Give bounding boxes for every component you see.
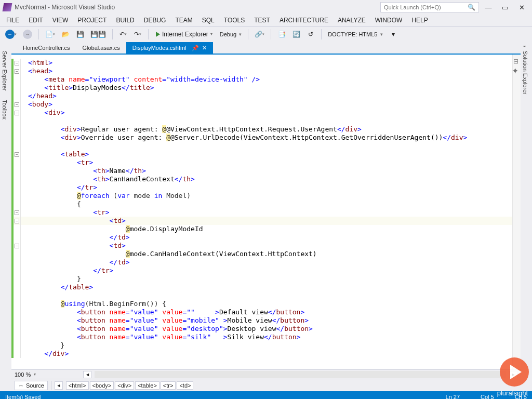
menu-view[interactable]: VIEW — [48, 15, 73, 25]
code-editor[interactable]: ⊟ ✦ −<html>−<head> <meta name="viewport"… — [11, 54, 521, 369]
menu-help[interactable]: HELP — [407, 15, 432, 25]
path-nav-left[interactable]: ◄ — [55, 381, 63, 390]
brand-watermark: pluralsight — [497, 389, 528, 397]
start-debug-button[interactable]: Internet Explorer ▾ — [153, 29, 216, 40]
pin-icon[interactable]: 📌 — [192, 45, 199, 51]
vertical-scrollbar[interactable] — [512, 55, 521, 369]
editor-footer-bar: 100 % ▾ ◄ ► — [11, 369, 521, 379]
dock-server-explorer[interactable]: Server Explorer — [0, 47, 11, 95]
menu-build[interactable]: BUILD — [112, 15, 138, 25]
status-line: Ln 27 — [446, 394, 460, 399]
minimize-button[interactable]: — — [481, 2, 496, 12]
main-toolbar: ←▾ → 📄▾ 📂 💾 💾💾 ↶▾ ↷▾ Internet Explorer ▾… — [0, 26, 532, 42]
refresh-button[interactable]: 🔄 — [290, 29, 302, 40]
left-tool-dock: Server ExplorerToolbox — [0, 47, 11, 124]
nav-back-button[interactable]: ←▾ — [3, 29, 19, 40]
maximize-button[interactable]: ▭ — [498, 2, 512, 12]
tab-global-asax-cs[interactable]: Global.asax.cs — [76, 42, 126, 54]
save-all-button[interactable]: 💾💾 — [88, 29, 108, 40]
new-project-button[interactable]: 📄▾ — [43, 29, 57, 40]
breadcrumb-item[interactable]: <body> — [90, 381, 114, 390]
status-col: Col 5 — [481, 394, 494, 399]
title-bar: MvcNormal - Microsoft Visual Studio Quic… — [0, 0, 532, 15]
breadcrumb-item[interactable]: <table> — [135, 381, 159, 390]
vs-logo-icon — [3, 3, 12, 11]
redo-button[interactable]: ↷▾ — [131, 29, 144, 40]
document-tab-well: HomeController.csGlobal.asax.csDisplayMo… — [0, 42, 532, 54]
open-file-button[interactable]: 📂 — [59, 29, 72, 40]
source-view-button[interactable]: ↔ Source — [15, 381, 48, 390]
toolbar-more-button[interactable]: ▾ — [387, 29, 400, 40]
close-icon[interactable]: ✕ — [202, 45, 207, 51]
breadcrumb-item[interactable]: <tr> — [161, 381, 176, 390]
menu-bar: FILEEDITVIEWPROJECTBUILDDEBUGTEAMSQLTOOL… — [0, 15, 532, 26]
undo-button[interactable]: ↶▾ — [117, 29, 129, 40]
right-tool-dock: Solution Explorer — [521, 47, 532, 99]
menu-test[interactable]: TEST — [250, 15, 274, 25]
tab-displaymodes-cshtml[interactable]: DisplayModes.cshtml📌✕ — [126, 42, 213, 54]
menu-tools[interactable]: TOOLS — [220, 15, 249, 25]
breadcrumb-item[interactable]: <html> — [66, 381, 89, 390]
save-button[interactable]: 💾 — [74, 29, 86, 40]
menu-analyze[interactable]: ANALYZE — [334, 15, 370, 25]
nav-forward-button[interactable]: → — [21, 29, 34, 40]
menu-edit[interactable]: EDIT — [24, 15, 47, 25]
status-bar: Item(s) Saved Ln 27 Col 5 Ch 5 — [0, 391, 532, 399]
breadcrumb-item[interactable]: <div> — [115, 381, 134, 390]
html-path-bar: ↔ Source ◄ <html><body><div><table><tr><… — [11, 379, 521, 391]
quick-launch-input[interactable]: Quick Launch (Ctrl+Q) 🔍 — [380, 2, 479, 12]
menu-debug[interactable]: DEBUG — [140, 15, 170, 25]
quick-launch-placeholder: Quick Launch (Ctrl+Q) — [384, 4, 441, 10]
code-body[interactable]: −<html>−<head> <meta name="viewport" con… — [11, 55, 512, 369]
menu-team[interactable]: TEAM — [171, 15, 196, 25]
dock-solution-explorer[interactable]: Solution Explorer — [521, 47, 530, 99]
split-icon[interactable]: ⊟ — [513, 58, 518, 65]
doctype-select[interactable]: DOCTYPE: HTML5 — [326, 31, 384, 38]
close-button[interactable]: ✕ — [514, 2, 529, 12]
breadcrumb-item[interactable]: <td> — [177, 381, 193, 390]
play-overlay-icon — [500, 357, 529, 387]
debug-target-label: Internet Explorer — [162, 31, 208, 38]
menu-window[interactable]: WINDOW — [371, 15, 407, 25]
menu-sql[interactable]: SQL — [198, 15, 219, 25]
scroll-left-button[interactable]: ◄ — [83, 371, 91, 378]
status-message: Item(s) Saved — [5, 394, 41, 399]
play-icon — [156, 32, 160, 37]
menu-file[interactable]: FILE — [2, 15, 23, 25]
menu-architecture[interactable]: ARCHITECTURE — [275, 15, 332, 25]
browser-link-button[interactable]: 🔗▾ — [252, 29, 267, 40]
dock-toolbox[interactable]: Toolbox — [0, 96, 11, 124]
menu-project[interactable]: PROJECT — [73, 15, 111, 25]
tab-homecontroller-cs[interactable]: HomeController.cs — [17, 42, 76, 54]
zoom-level[interactable]: 100 % — [15, 371, 31, 378]
config-select[interactable]: Debug — [218, 31, 244, 38]
sync-button[interactable]: ↺ — [304, 29, 317, 40]
window-title: MvcNormal - Microsoft Visual Studio — [15, 4, 115, 11]
horizontal-scrollbar[interactable] — [95, 371, 506, 378]
expand-icon[interactable]: ✦ — [512, 66, 518, 76]
new-item-button[interactable]: 📑 — [275, 29, 288, 40]
search-icon: 🔍 — [468, 4, 475, 11]
